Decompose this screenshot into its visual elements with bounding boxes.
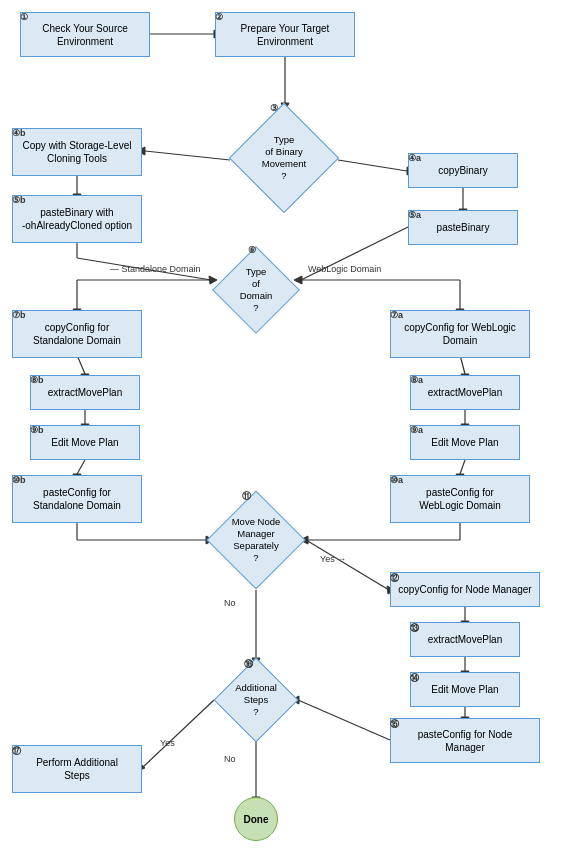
done-label: Done: [244, 814, 269, 825]
step-13-label: extractMovePlan: [428, 633, 502, 646]
step-15-box: pasteConfig for NodeManager: [390, 718, 540, 763]
step-4b-num: ④b: [12, 128, 26, 138]
step-7b-box: copyConfig forStandalone Domain: [12, 310, 142, 358]
step-14-num: ⑭: [410, 672, 419, 685]
step-17-num: ⑰: [12, 745, 21, 758]
step-1-box: Check Your Source Environment: [20, 12, 150, 57]
step-4a-num: ④a: [408, 153, 421, 163]
diamond-3-num: ③: [270, 103, 278, 113]
step-4a-label: copyBinary: [438, 164, 487, 177]
diamond-6: [212, 246, 300, 334]
diamond-11-num: ⑪: [242, 490, 251, 503]
diamond-16-wrap: AdditionalSteps?: [214, 658, 298, 742]
step-10a-label: pasteConfig forWebLogic Domain: [419, 486, 501, 512]
diamond-6-wrap: TypeofDomain?: [211, 245, 301, 335]
step-13-box: extractMovePlan: [410, 622, 520, 657]
svg-line-6: [338, 160, 407, 171]
step-4b-box: Copy with Storage-LevelCloning Tools: [12, 128, 142, 176]
done-circle: Done: [234, 797, 278, 841]
step-12-num: ⑫: [390, 572, 399, 585]
svg-line-41: [306, 540, 389, 590]
step-10a-box: pasteConfig forWebLogic Domain: [390, 475, 530, 523]
step-14-box: Edit Move Plan: [410, 672, 520, 707]
step-9a-box: Edit Move Plan: [410, 425, 520, 460]
step-15-num: ⑮: [390, 718, 399, 731]
svg-line-53: [143, 700, 214, 767]
step-17-label: Perform AdditionalSteps: [36, 756, 118, 782]
step-7a-box: copyConfig for WebLogicDomain: [390, 310, 530, 358]
no-label-11: No: [224, 598, 236, 608]
svg-line-31: [77, 460, 85, 474]
step-8b-label: extractMovePlan: [48, 386, 122, 399]
step-4a-box: copyBinary: [408, 153, 518, 188]
step-5a-box: pasteBinary: [408, 210, 518, 245]
svg-line-33: [460, 460, 465, 474]
step-1-num: ①: [20, 12, 28, 22]
step-5a-num: ⑤a: [408, 210, 421, 220]
step-2-box: Prepare Your TargetEnvironment: [215, 12, 355, 57]
step-14-label: Edit Move Plan: [431, 683, 498, 696]
weblogic-domain-label: WebLogic Domain: [308, 264, 381, 274]
step-7b-num: ⑦b: [12, 310, 26, 320]
step-8b-num: ⑧b: [30, 375, 44, 385]
diamond-11: [207, 491, 306, 590]
step-8a-label: extractMovePlan: [428, 386, 502, 399]
flowchart-diagram: Check Your Source Environment ① Prepare …: [0, 0, 579, 848]
diamond-11-wrap: Move NodeManagerSeparately?: [206, 490, 306, 590]
step-9a-label: Edit Move Plan: [431, 436, 498, 449]
diamond-16-num: ⑯: [244, 658, 253, 671]
step-8b-box: extractMovePlan: [30, 375, 140, 410]
step-10a-num: ⑩a: [390, 475, 403, 485]
step-17-box: Perform AdditionalSteps: [12, 745, 142, 793]
step-5a-label: pasteBinary: [437, 221, 490, 234]
step-9b-num: ⑨b: [30, 425, 44, 435]
step-12-box: copyConfig for Node Manager: [390, 572, 540, 607]
step-5b-num: ⑤b: [12, 195, 26, 205]
step-10b-box: pasteConfig forStandalone Domain: [12, 475, 142, 523]
step-15-label: pasteConfig for NodeManager: [418, 728, 513, 754]
step-10b-num: ⑩b: [12, 475, 26, 485]
step-9b-label: Edit Move Plan: [51, 436, 118, 449]
step-2-label: Prepare Your TargetEnvironment: [241, 22, 330, 48]
diamond-3-wrap: Typeof BinaryMovement?: [229, 103, 339, 213]
step-13-num: ⑬: [410, 622, 419, 635]
svg-line-49: [298, 700, 390, 740]
yes-label-11: Yes →: [320, 554, 346, 564]
step-10b-label: pasteConfig forStandalone Domain: [33, 486, 121, 512]
step-9a-num: ⑨a: [410, 425, 423, 435]
step-8a-box: extractMovePlan: [410, 375, 520, 410]
diamond-16: [214, 658, 299, 743]
step-4b-label: Copy with Storage-LevelCloning Tools: [23, 139, 132, 165]
step-5b-label: pasteBinary with-ohAlreadyCloned option: [22, 206, 132, 232]
step-9b-box: Edit Move Plan: [30, 425, 140, 460]
diamond-3: [229, 103, 339, 213]
step-5b-box: pasteBinary with-ohAlreadyCloned option: [12, 195, 142, 243]
step-7b-label: copyConfig forStandalone Domain: [33, 321, 121, 347]
yes-label-16: Yes: [160, 738, 175, 748]
step-12-label: copyConfig for Node Manager: [398, 583, 531, 596]
svg-line-4: [145, 151, 230, 160]
standalone-domain-label: — Standalone Domain: [110, 264, 201, 274]
step-8a-num: ⑧a: [410, 375, 423, 385]
no-label-16: No: [224, 754, 236, 764]
step-1-label: Check Your Source Environment: [21, 22, 149, 48]
step-7a-label: copyConfig for WebLogicDomain: [404, 321, 516, 347]
step-2-num: ②: [215, 12, 223, 22]
diamond-6-num: ⑥: [248, 245, 256, 255]
step-7a-num: ⑦a: [390, 310, 403, 320]
